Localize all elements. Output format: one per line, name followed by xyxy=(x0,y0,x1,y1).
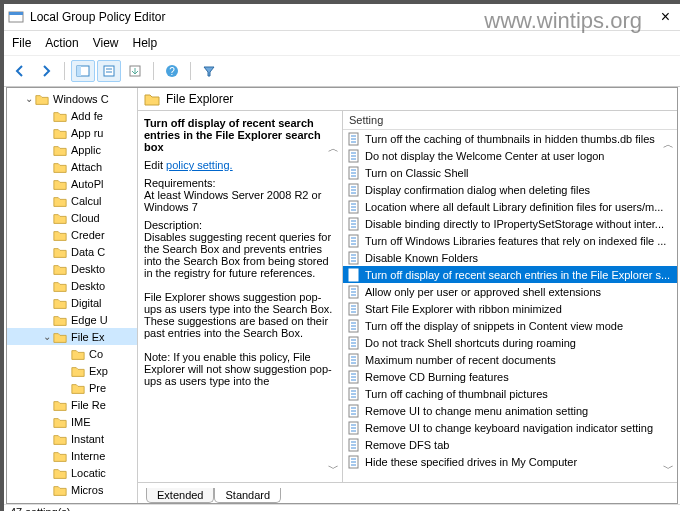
tree-item[interactable]: ⌄File Ex xyxy=(7,328,137,345)
policy-icon xyxy=(347,319,361,333)
folder-icon xyxy=(53,144,67,156)
setting-row[interactable]: Do not display the Welcome Center at use… xyxy=(343,147,677,164)
folder-icon xyxy=(53,484,67,496)
tree-item[interactable]: Digital xyxy=(7,294,137,311)
setting-row[interactable]: Allow only per user or approved shell ex… xyxy=(343,283,677,300)
tree-label: AutoPl xyxy=(71,178,103,190)
settings-panel: Setting Turn off the caching of thumbnai… xyxy=(343,111,677,482)
setting-label: Remove UI to change keyboard navigation … xyxy=(365,422,653,434)
tree-item[interactable]: Deskto xyxy=(7,277,137,294)
tree-label: Creder xyxy=(71,229,105,241)
setting-row[interactable]: Disable binding directly to IPropertySet… xyxy=(343,215,677,232)
settings-list[interactable]: Turn off the caching of thumbnails in hi… xyxy=(343,130,677,482)
tree-item[interactable]: Micros xyxy=(7,481,137,498)
policy-icon xyxy=(347,268,361,282)
setting-row[interactable]: Remove CD Burning features xyxy=(343,368,677,385)
setting-row[interactable]: Location where all default Library defin… xyxy=(343,198,677,215)
setting-row[interactable]: Turn off Windows Libraries features that… xyxy=(343,232,677,249)
tree-item[interactable]: Edge U xyxy=(7,311,137,328)
setting-row[interactable]: Turn off caching of thumbnail pictures xyxy=(343,385,677,402)
svg-rect-4 xyxy=(104,66,114,76)
setting-row[interactable]: Maximum number of recent documents xyxy=(343,351,677,368)
setting-row[interactable]: Turn off the display of snippets in Cont… xyxy=(343,317,677,334)
edit-policy-link[interactable]: policy setting. xyxy=(166,159,233,171)
setting-row[interactable]: Disable Known Folders xyxy=(343,249,677,266)
tree-item[interactable]: Data C xyxy=(7,243,137,260)
setting-row[interactable]: Remove UI to change menu animation setti… xyxy=(343,402,677,419)
app-icon xyxy=(8,9,24,25)
menubar: File Action View Help xyxy=(4,31,680,56)
tree-pane[interactable]: ⌄Windows CAdd feApp ruApplicAttachAutoPl… xyxy=(7,88,138,503)
folder-icon xyxy=(53,229,67,241)
scroll-down-icon[interactable]: ﹀ xyxy=(661,461,675,476)
svg-rect-3 xyxy=(77,66,81,76)
policy-icon xyxy=(347,234,361,248)
policy-icon xyxy=(347,302,361,316)
tree-item[interactable]: Attach xyxy=(7,158,137,175)
description-panel: Turn off display of recent search entrie… xyxy=(138,111,343,482)
scroll-down-icon[interactable]: ﹀ xyxy=(326,461,340,476)
edit-prefix: Edit xyxy=(144,159,166,171)
tree-item[interactable]: Mic xyxy=(7,498,137,503)
tree-item[interactable]: App ru xyxy=(7,124,137,141)
export-button[interactable] xyxy=(123,60,147,82)
policy-icon xyxy=(347,285,361,299)
tree-item[interactable]: Instant xyxy=(7,430,137,447)
tree-item[interactable]: Exp xyxy=(7,362,137,379)
tree-item[interactable]: Cloud xyxy=(7,209,137,226)
policy-icon xyxy=(347,183,361,197)
tree-label: Edge U xyxy=(71,314,108,326)
setting-row[interactable]: Turn off the caching of thumbnails in hi… xyxy=(343,130,677,147)
filter-button[interactable] xyxy=(197,60,221,82)
menu-help[interactable]: Help xyxy=(133,36,158,50)
tree-item[interactable]: Creder xyxy=(7,226,137,243)
scroll-up-icon[interactable]: ︿ xyxy=(661,137,675,152)
help-button[interactable]: ? xyxy=(160,60,184,82)
menu-file[interactable]: File xyxy=(12,36,31,50)
folder-icon xyxy=(53,467,67,479)
tree-item[interactable]: Locatic xyxy=(7,464,137,481)
menu-action[interactable]: Action xyxy=(45,36,78,50)
content-area: ⌄Windows CAdd feApp ruApplicAttachAutoPl… xyxy=(6,87,678,504)
policy-icon xyxy=(347,149,361,163)
scroll-up-icon[interactable]: ︿ xyxy=(326,141,340,156)
tree-item[interactable]: IME xyxy=(7,413,137,430)
tree-label: Deskto xyxy=(71,280,105,292)
forward-button[interactable] xyxy=(34,60,58,82)
tree-label: Deskto xyxy=(71,263,105,275)
setting-row[interactable]: Remove DFS tab xyxy=(343,436,677,453)
selected-setting-title: Turn off display of recent search entrie… xyxy=(144,117,334,153)
setting-row[interactable]: Display confirmation dialog when deletin… xyxy=(343,181,677,198)
setting-label: Turn off the display of snippets in Cont… xyxy=(365,320,623,332)
tree-item[interactable]: Applic xyxy=(7,141,137,158)
menu-view[interactable]: View xyxy=(93,36,119,50)
tree-item[interactable]: Pre xyxy=(7,379,137,396)
tab-standard[interactable]: Standard xyxy=(214,488,281,503)
folder-icon xyxy=(53,246,67,258)
setting-label: Turn off the caching of thumbnails in hi… xyxy=(365,133,655,145)
show-hide-tree-button[interactable] xyxy=(71,60,95,82)
folder-icon xyxy=(53,314,67,326)
properties-button[interactable] xyxy=(97,60,121,82)
tree-item[interactable]: Co xyxy=(7,345,137,362)
tree-item[interactable]: AutoPl xyxy=(7,175,137,192)
tree-item[interactable]: Add fe xyxy=(7,107,137,124)
setting-row[interactable]: Do not track Shell shortcuts during roam… xyxy=(343,334,677,351)
tab-extended[interactable]: Extended xyxy=(146,488,214,503)
tree-item[interactable]: Deskto xyxy=(7,260,137,277)
svg-text:?: ? xyxy=(169,66,175,77)
separator xyxy=(190,62,191,80)
close-icon[interactable]: × xyxy=(655,8,676,26)
setting-row[interactable]: Hide these specified drives in My Comput… xyxy=(343,453,677,470)
tree-item[interactable]: Interne xyxy=(7,447,137,464)
setting-row[interactable]: Remove UI to change keyboard navigation … xyxy=(343,419,677,436)
setting-row[interactable]: Turn off display of recent search entrie… xyxy=(343,266,677,283)
tree-item[interactable]: ⌄Windows C xyxy=(7,90,137,107)
setting-row[interactable]: Turn on Classic Shell xyxy=(343,164,677,181)
tree-item[interactable]: File Re xyxy=(7,396,137,413)
back-button[interactable] xyxy=(8,60,32,82)
setting-row[interactable]: Start File Explorer with ribbon minimize… xyxy=(343,300,677,317)
tree-item[interactable]: Calcul xyxy=(7,192,137,209)
policy-icon xyxy=(347,387,361,401)
column-header-setting[interactable]: Setting xyxy=(343,111,677,130)
